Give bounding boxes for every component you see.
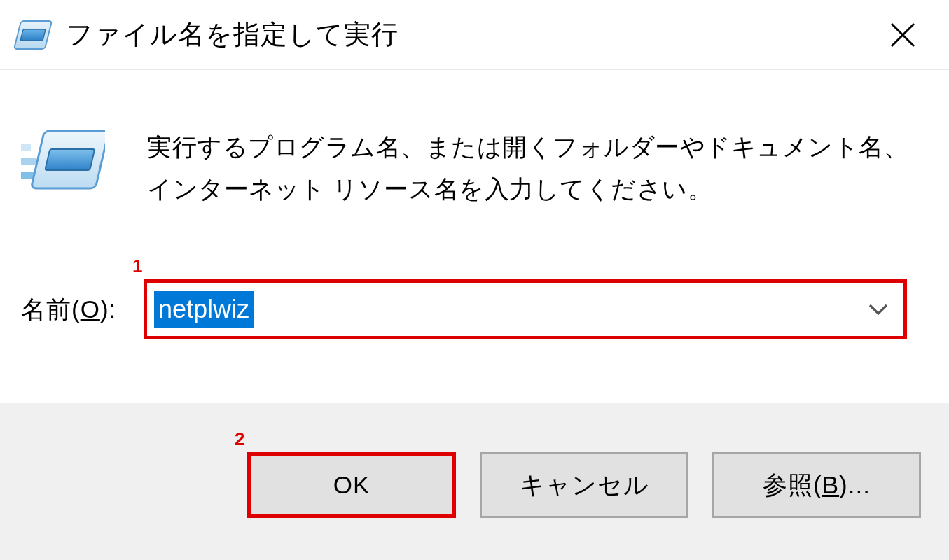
browse-button[interactable]: 参照(B)...: [712, 452, 921, 518]
run-dialog-large-icon: [21, 122, 105, 196]
open-field-value: netplwiz: [154, 291, 254, 327]
ok-button-label: OK: [333, 471, 370, 499]
chevron-down-icon[interactable]: [868, 302, 888, 316]
dialog-content: 実行するプログラム名、または開くフォルダーやドキュメント名、インターネット リソ…: [0, 70, 949, 340]
browse-button-label: 参照(B)...: [763, 469, 871, 502]
callout-marker-2: 2: [235, 428, 244, 450]
callout-marker-1: 1: [132, 255, 142, 277]
close-button[interactable]: [868, 0, 938, 70]
cancel-button-label: キャンセル: [520, 469, 649, 502]
dialog-description: 実行するプログラム名、または開くフォルダーやドキュメント名、インターネット リソ…: [147, 122, 921, 209]
svg-rect-5: [21, 158, 36, 164]
svg-rect-4: [21, 144, 31, 150]
button-bar: 2 OK キャンセル 参照(B)...: [0, 403, 949, 560]
svg-rect-8: [45, 149, 95, 170]
close-icon: [889, 22, 916, 48]
open-combobox[interactable]: netplwiz: [144, 279, 907, 340]
titlebar: ファイル名を指定して実行: [0, 0, 949, 70]
svg-rect-1: [20, 29, 46, 41]
run-dialog-icon: [14, 15, 53, 55]
ok-button[interactable]: OK: [247, 452, 456, 518]
open-field-label: 名前(O):: [21, 293, 144, 326]
cancel-button[interactable]: キャンセル: [480, 452, 688, 518]
window-title: ファイル名を指定して実行: [66, 17, 868, 52]
